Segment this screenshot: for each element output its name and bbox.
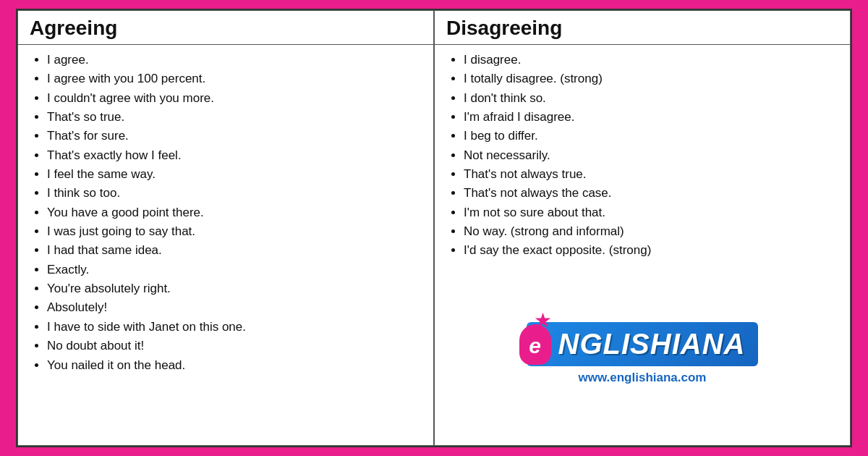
logo-inner: e ★ NGLISHIANA — [527, 322, 759, 366]
agreeing-list-item: You're absolutely right. — [47, 279, 425, 298]
logo-star-icon: ★ — [534, 308, 552, 332]
agreeing-column: Agreeing I agree.I agree with you 100 pe… — [17, 10, 434, 446]
page-wrapper: Agreeing I agree.I agree with you 100 pe… — [0, 0, 868, 456]
disagreeing-list-item: I'm afraid I disagree. — [464, 108, 841, 127]
agreeing-list-item: That's so true. — [47, 108, 425, 127]
agreeing-list-item: I have to side with Janet on this one. — [47, 318, 425, 337]
disagreeing-list-item: That's not always true. — [464, 165, 841, 184]
agreeing-list-item: That's for sure. — [47, 127, 425, 145]
agreeing-list-item: I agree with you 100 percent. — [47, 69, 425, 88]
agreeing-list-item: No doubt about it! — [47, 337, 425, 355]
agreeing-list-item: Exactly. — [47, 261, 425, 279]
agreeing-list-item: I agree. — [47, 51, 425, 69]
website-url: www.englishiana.com — [579, 371, 707, 385]
agreeing-list-item: I think so too. — [47, 184, 425, 203]
content-area: Agreeing I agree.I agree with you 100 pe… — [16, 9, 852, 447]
table-container: Agreeing I agree.I agree with you 100 pe… — [17, 10, 851, 446]
agreeing-list-item: You have a good point there. — [47, 203, 425, 222]
agreeing-list-item: Absolutely! — [47, 298, 425, 317]
agreeing-list-item: I feel the same way. — [47, 165, 425, 184]
logo-e-wrapper: e ★ — [519, 324, 557, 371]
disagreeing-list-item: I don't think so. — [464, 89, 841, 108]
disagreeing-list-item: Not necessarily. — [464, 146, 841, 165]
agreeing-body: I agree.I agree with you 100 percent.I c… — [18, 45, 433, 445]
disagreeing-list-item: I'm not so sure about that. — [464, 203, 841, 222]
agreeing-header: Agreeing — [18, 11, 433, 45]
disagreeing-list-item: I'd say the exact opposite. (strong) — [464, 241, 841, 260]
disagreeing-list-item: That's not always the case. — [464, 184, 841, 203]
disagreeing-list-item: I disagree. — [464, 51, 841, 69]
agreeing-list-item: You nailed it on the head. — [47, 356, 425, 375]
agreeing-list: I agree.I agree with you 100 percent.I c… — [33, 51, 425, 375]
disagreeing-list-item: I totally disagree. (strong) — [464, 69, 841, 88]
right-bar — [852, 0, 868, 456]
disagreeing-body: I disagree.I totally disagree. (strong)I… — [435, 45, 850, 266]
disagreeing-list-item: No way. (strong and informal) — [464, 222, 841, 241]
agreeing-list-item: I had that same idea. — [47, 241, 425, 260]
disagreeing-list: I disagree.I totally disagree. (strong)I… — [449, 51, 841, 261]
agreeing-list-item: That's exactly how I feel. — [47, 146, 425, 165]
disagreeing-header: Disagreeing — [435, 11, 850, 45]
englishiana-logo: e ★ NGLISHIANA www.englishiana.com — [527, 322, 759, 385]
logo-area: e ★ NGLISHIANA www.englishiana.com — [435, 266, 850, 445]
agreeing-list-item: I was just going to say that. — [47, 222, 425, 241]
agreeing-list-item: I couldn't agree with you more. — [47, 89, 425, 108]
logo-e-letter: e — [529, 334, 541, 358]
logo-text: NGLISHIANA — [558, 328, 746, 360]
disagreeing-list-item: I beg to differ. — [464, 127, 841, 145]
disagreeing-column: Disagreeing I disagree.I totally disagre… — [434, 10, 851, 446]
left-bar — [0, 0, 16, 456]
